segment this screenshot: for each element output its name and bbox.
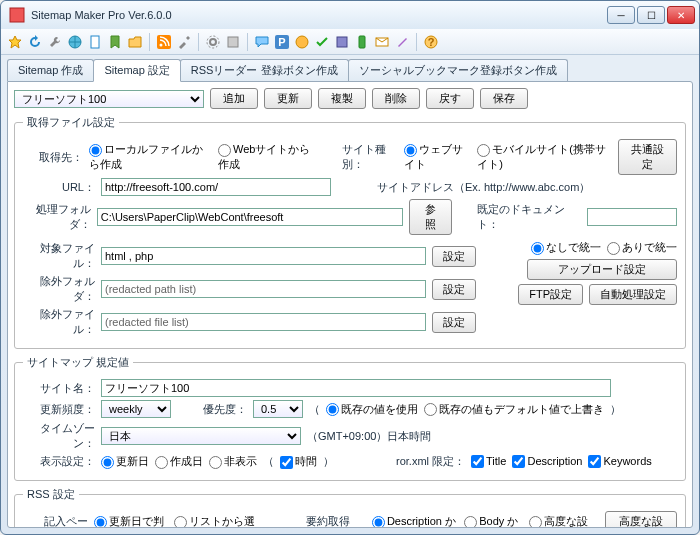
ror-title-check[interactable]: Title (471, 455, 506, 469)
common-settings-button[interactable]: 共通設定 (618, 139, 677, 175)
disp-updated-radio[interactable]: 更新日 (101, 454, 149, 469)
rss-icon[interactable] (156, 34, 172, 50)
site-type-mobile-radio[interactable]: モバイルサイト(携帯サイト) (477, 142, 606, 172)
tools-icon[interactable] (176, 34, 192, 50)
disp-created-radio[interactable]: 作成日 (155, 454, 203, 469)
browse-button[interactable]: 参照 (409, 199, 452, 235)
separator (198, 33, 199, 51)
app-icon (9, 7, 25, 23)
svg-rect-13 (359, 36, 365, 48)
add-button[interactable]: 追加 (210, 88, 258, 109)
phone-icon[interactable] (354, 34, 370, 50)
freq-select[interactable]: weekly (101, 400, 171, 418)
tab-social-bookmark-button[interactable]: ソーシャルブックマーク登録ボタン作成 (348, 59, 568, 81)
summary-desc-radio[interactable]: Description から (372, 514, 458, 528)
priority-select[interactable]: 0.5 (253, 400, 303, 418)
exclude-folder-set-button[interactable]: 設定 (432, 279, 476, 300)
settings2-icon[interactable] (225, 34, 241, 50)
unify-none-radio[interactable]: なしで統一 (531, 240, 601, 255)
separator (416, 33, 417, 51)
app-window: Sitemap Maker Pro Ver.6.0.0 ─ ☐ ✕ P ? (0, 0, 700, 535)
separator (149, 33, 150, 51)
unify-with-radio[interactable]: ありで統一 (607, 240, 677, 255)
sitemap-defaults-fieldset: サイトマップ 規定値 サイト名： 更新頻度： weekly 優先度： 0.5 （… (14, 355, 686, 481)
minimize-button[interactable]: ─ (607, 6, 635, 24)
wrench-icon[interactable] (47, 34, 63, 50)
exclude-file-set-button[interactable]: 設定 (432, 312, 476, 333)
default-doc-input[interactable] (587, 208, 677, 226)
copy-button[interactable]: 複製 (318, 88, 366, 109)
ror-desc-check[interactable]: Description (512, 455, 582, 469)
titlebar: Sitemap Maker Pro Ver.6.0.0 ─ ☐ ✕ (1, 1, 699, 29)
check-icon[interactable] (314, 34, 330, 50)
url-input[interactable] (101, 178, 331, 196)
upload-settings-button[interactable]: アップロード設定 (527, 259, 677, 280)
exclude-file-input[interactable] (101, 313, 426, 331)
maximize-button[interactable]: ☐ (637, 6, 665, 24)
ror-keywords-check[interactable]: Keywords (588, 455, 651, 469)
source-web-radio[interactable]: Webサイトから作成 (218, 142, 314, 172)
advanced-settings-button[interactable]: 高度な設定 (605, 511, 677, 528)
disk-icon[interactable] (334, 34, 350, 50)
gear-icon[interactable] (205, 34, 221, 50)
entry-from-list-radio[interactable]: リストから選択 (174, 514, 258, 528)
target-file-input[interactable] (101, 247, 426, 265)
update-button[interactable]: 更新 (264, 88, 312, 109)
folder-input[interactable] (97, 208, 404, 226)
chat-icon[interactable] (254, 34, 270, 50)
site-type-web-radio[interactable]: ウェブサイト (404, 142, 472, 172)
svg-point-6 (210, 39, 216, 45)
profile-select[interactable]: フリーソフト100 (14, 90, 204, 108)
freq-label: 更新頻度： (23, 402, 95, 417)
star-icon[interactable] (7, 34, 23, 50)
disp-time-check[interactable]: 時間 (280, 454, 317, 469)
svg-rect-0 (10, 8, 24, 22)
mail-icon[interactable] (374, 34, 390, 50)
wand-icon[interactable] (394, 34, 410, 50)
disp-none-radio[interactable]: 非表示 (209, 454, 257, 469)
ftp-settings-button[interactable]: FTP設定 (518, 284, 583, 305)
help-icon[interactable]: ? (423, 34, 439, 50)
ror-label: ror.xml 限定： (396, 454, 465, 469)
save-button[interactable]: 保存 (480, 88, 528, 109)
globe-icon[interactable] (67, 34, 83, 50)
refresh-icon[interactable] (27, 34, 43, 50)
tz-select[interactable]: 日本 (101, 427, 301, 445)
svg-point-5 (160, 43, 163, 46)
svg-rect-12 (337, 37, 347, 47)
svg-text:P: P (278, 36, 285, 48)
site-type-label: サイト種別： (342, 142, 397, 172)
p-icon[interactable]: P (274, 34, 290, 50)
undo-button[interactable]: 戻す (426, 88, 474, 109)
auto-process-button[interactable]: 自動処理設定 (589, 284, 677, 305)
summary-body-radio[interactable]: Body から (464, 514, 523, 528)
summary-adv-radio[interactable]: 高度な設定 (529, 514, 593, 528)
source-local-radio[interactable]: ローカルファイルから作成 (89, 142, 212, 172)
priority-label: 優先度： (203, 402, 247, 417)
bookmark-icon[interactable] (107, 34, 123, 50)
use-existing-radio[interactable]: 既存の値を使用 (326, 402, 418, 417)
svg-rect-8 (228, 37, 238, 47)
tab-rss-reader-button[interactable]: RSSリーダー 登録ボタン作成 (180, 59, 349, 81)
delete-button[interactable]: 削除 (372, 88, 420, 109)
sitemap-legend: サイトマップ 規定値 (23, 355, 133, 370)
entry-by-date-radio[interactable]: 更新日で判断 (94, 514, 168, 528)
exclude-folder-label: 除外フォルダ： (23, 274, 95, 304)
rss-fieldset: RSS 設定 記入ページ： 更新日で判断 リストから選択 要約取得先： Desc… (14, 487, 686, 528)
close-button[interactable]: ✕ (667, 6, 695, 24)
exclude-folder-input[interactable] (101, 280, 426, 298)
site-name-input[interactable] (101, 379, 611, 397)
target-set-button[interactable]: 設定 (432, 246, 476, 267)
folder-icon[interactable] (127, 34, 143, 50)
tz-note: （GMT+09:00）日本時間 (307, 429, 431, 444)
use-default-overwrite-radio[interactable]: 既存の値もデフォルト値で上書き (424, 402, 604, 417)
tab-sitemap-settings[interactable]: Sitemap 設定 (93, 59, 180, 82)
tab-sitemap-create[interactable]: Sitemap 作成 (7, 59, 94, 81)
url-hint: サイトアドレス（Ex. http://www.abc.com） (377, 180, 590, 195)
toolbar: P ? (1, 29, 699, 55)
warn-icon[interactable] (294, 34, 310, 50)
svg-point-11 (296, 36, 308, 48)
url-label: URL： (23, 180, 95, 195)
doc-icon[interactable] (87, 34, 103, 50)
tz-label: タイムゾーン： (23, 421, 95, 451)
